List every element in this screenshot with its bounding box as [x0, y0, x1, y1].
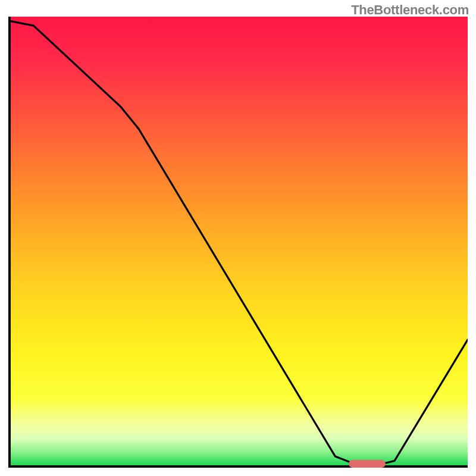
optimal-marker: [349, 460, 385, 468]
bottleneck-curve: [11, 17, 468, 465]
curve-path: [11, 21, 468, 466]
chart-container: TheBottleneck.com: [0, 0, 476, 476]
plot-frame: [8, 17, 468, 468]
attribution-label: TheBottleneck.com: [351, 2, 469, 18]
